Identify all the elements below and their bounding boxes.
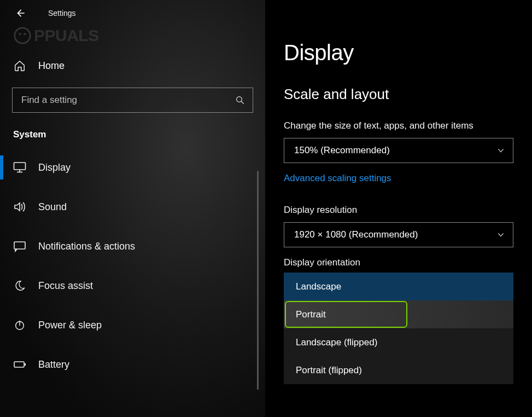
scale-value: 150% (Recommended) <box>294 145 390 156</box>
page-title: Display <box>284 40 513 65</box>
svg-rect-12 <box>25 363 26 366</box>
nav-list: Display Sound Notifications & actions Fo… <box>0 148 265 384</box>
svg-point-2 <box>24 33 26 35</box>
category-label: System <box>13 129 265 140</box>
sidebar-item-focus-assist[interactable]: Focus assist <box>0 266 265 305</box>
option-label: Landscape (flipped) <box>296 337 377 348</box>
monitor-icon <box>13 161 26 173</box>
option-label: Portrait <box>296 309 326 320</box>
power-icon <box>13 319 26 331</box>
orientation-label: Display orientation <box>284 257 513 268</box>
chevron-down-icon <box>496 230 505 239</box>
orientation-option-landscape-flipped[interactable]: Landscape (flipped) <box>284 328 513 356</box>
section-title: Scale and layout <box>284 86 513 103</box>
advanced-scaling-link[interactable]: Advanced scaling settings <box>284 173 391 184</box>
sidebar-item-label: Focus assist <box>38 280 93 292</box>
search-input[interactable] <box>20 94 235 106</box>
search-box[interactable] <box>12 88 253 113</box>
option-label: Landscape <box>296 281 341 292</box>
sidebar-item-label: Notifications & actions <box>38 241 135 252</box>
home-icon <box>13 60 26 72</box>
watermark-icon <box>13 26 32 45</box>
app-title: Settings <box>48 9 76 18</box>
sidebar-item-battery[interactable]: Battery <box>0 345 265 384</box>
sidebar-item-display[interactable]: Display <box>0 148 265 187</box>
sidebar-item-notifications[interactable]: Notifications & actions <box>0 227 265 266</box>
sound-icon <box>13 201 26 213</box>
sidebar-item-label: Battery <box>38 359 69 370</box>
chevron-down-icon <box>496 146 505 155</box>
svg-rect-8 <box>14 242 25 249</box>
orientation-option-portrait[interactable]: Portrait <box>284 300 513 328</box>
home-label: Home <box>38 60 65 72</box>
svg-rect-5 <box>14 163 26 170</box>
sidebar-item-power-sleep[interactable]: Power & sleep <box>0 305 265 345</box>
message-icon <box>13 240 26 252</box>
svg-point-0 <box>15 28 30 43</box>
sidebar: Settings PPUALS Home System <box>0 0 265 417</box>
scale-dropdown[interactable]: 150% (Recommended) <box>284 138 513 163</box>
watermark: PPUALS <box>13 26 99 45</box>
resolution-dropdown[interactable]: 1920 × 1080 (Recommended) <box>284 222 513 247</box>
orientation-dropdown-open[interactable]: Landscape Portrait Landscape (flipped) P… <box>284 273 513 384</box>
battery-icon <box>13 358 26 370</box>
orientation-option-portrait-flipped[interactable]: Portrait (flipped) <box>284 356 513 384</box>
sidebar-item-sound[interactable]: Sound <box>0 187 265 227</box>
header-row: Settings <box>0 0 265 26</box>
svg-point-3 <box>237 97 242 102</box>
orientation-option-list: Landscape Portrait Landscape (flipped) P… <box>284 273 513 384</box>
content-pane: Display Scale and layout Change the size… <box>265 0 532 417</box>
option-label: Portrait (flipped) <box>296 365 362 376</box>
resolution-label: Display resolution <box>284 205 513 216</box>
resolution-value: 1920 × 1080 (Recommended) <box>294 229 418 240</box>
svg-point-1 <box>19 33 21 35</box>
arrow-left-icon <box>15 8 26 19</box>
sidebar-scrollbar[interactable] <box>257 171 259 390</box>
sidebar-item-label: Power & sleep <box>38 320 102 331</box>
orientation-option-landscape[interactable]: Landscape <box>284 273 513 300</box>
scale-label: Change the size of text, apps, and other… <box>284 120 513 131</box>
sidebar-item-label: Sound <box>38 201 67 213</box>
moon-icon <box>13 280 26 292</box>
sidebar-item-label: Display <box>38 162 71 173</box>
svg-rect-11 <box>14 362 24 367</box>
svg-line-4 <box>241 101 244 104</box>
settings-window: Settings PPUALS Home System <box>0 0 532 417</box>
home-button[interactable]: Home <box>0 54 265 78</box>
back-button[interactable] <box>9 1 33 25</box>
search-icon <box>235 95 245 105</box>
watermark-text: PPUALS <box>34 26 99 45</box>
